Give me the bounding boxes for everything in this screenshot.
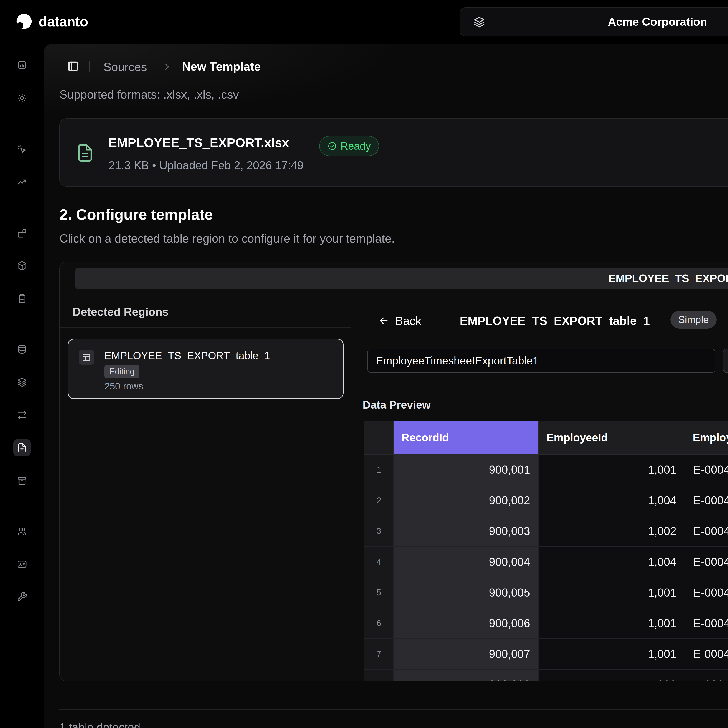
table-name-input[interactable] xyxy=(367,349,716,373)
chevron-right-icon xyxy=(162,62,172,72)
mode-badge: Simple xyxy=(670,311,717,329)
trending-up-icon xyxy=(17,177,27,187)
sidebar-item-clipboard[interactable] xyxy=(14,290,31,307)
cell-record-id: 900,005 xyxy=(394,577,539,608)
cell-employee-id: 1,001 xyxy=(539,608,685,639)
cell-employee-code: E-0004 xyxy=(685,577,728,608)
cell-employee-id: 1,004 xyxy=(539,547,685,577)
cell-record-id: 900,002 xyxy=(394,485,539,516)
pointer-click-icon xyxy=(17,144,27,155)
editor-title: EMPLOYEE_TS_EXPORT_table_1 xyxy=(460,314,650,327)
sidebar-item-id-card[interactable] xyxy=(14,555,31,573)
panel-header-divider xyxy=(60,295,728,295)
sidebar-item-dashboard[interactable] xyxy=(14,57,31,74)
cell-record-id: 900,004 xyxy=(394,547,539,577)
users-icon xyxy=(17,526,27,537)
row-number: 3 xyxy=(364,516,394,547)
column-header-recordid[interactable]: RecordId xyxy=(394,421,539,454)
detected-regions-heading: Detected Regions xyxy=(73,305,168,318)
file-status-label: Ready xyxy=(341,140,371,152)
wrench-icon xyxy=(17,592,27,602)
sidebar-item-database[interactable] xyxy=(14,341,31,358)
region-row-count: 250 rows xyxy=(104,381,143,392)
uploaded-file-card: EMPLOYEE_TS_EXPORT.xlsx Ready 21.3 KB • … xyxy=(60,118,728,187)
sidebar-toggle-button[interactable] xyxy=(66,60,80,73)
table-name-action-button[interactable] xyxy=(723,349,728,373)
supported-formats-note: Supported formats: .xlsx, .xls, .csv xyxy=(60,87,239,101)
cell-employee-id: 1,001 xyxy=(539,454,685,485)
configure-heading: 2. Configure template xyxy=(60,206,213,223)
data-preview-heading: Data Preview xyxy=(362,399,431,411)
sidebar-item-transfer[interactable] xyxy=(14,407,31,424)
file-tab-label: EMPLOYEE_TS_EXPORT.xlsx xyxy=(608,268,728,289)
cell-employee-id: 1,001 xyxy=(539,639,685,670)
brand-logo-icon xyxy=(15,12,33,31)
file-spreadsheet-icon xyxy=(75,143,95,162)
arrow-left-icon xyxy=(378,315,389,326)
file-status-badge: Ready xyxy=(319,136,379,156)
cell-record-id: 900,006 xyxy=(394,608,539,639)
cell-record-id: 900,001 xyxy=(394,454,539,485)
archive-icon xyxy=(17,476,27,486)
cell-employee-code: E-0004 xyxy=(685,608,728,639)
cell-employee-code: E-0004 xyxy=(685,485,728,516)
cell-employee-id: 1,002 xyxy=(539,670,685,681)
preview-corner-cell xyxy=(364,421,394,454)
sidebar-item-users[interactable] xyxy=(14,523,31,540)
file-meta: 21.3 KB • Uploaded Feb 2, 2026 17:49 xyxy=(109,159,303,172)
row-number: 8 xyxy=(364,670,394,681)
footer-status: 1 table detected xyxy=(60,721,141,728)
column-divider xyxy=(351,295,352,681)
region-card[interactable]: EMPLOYEE_TS_EXPORT_table_1 Editing 250 r… xyxy=(68,339,344,399)
file-name: EMPLOYEE_TS_EXPORT.xlsx xyxy=(109,135,289,150)
editor-header-divider xyxy=(447,314,448,327)
row-number: 7 xyxy=(364,639,394,670)
sidebar-item-package[interactable] xyxy=(14,257,31,274)
brand-name: datanto xyxy=(39,14,88,29)
dashboard-icon xyxy=(17,60,27,70)
brand[interactable]: datanto xyxy=(15,12,88,31)
database-icon xyxy=(17,344,27,355)
layers-icon xyxy=(17,377,27,387)
file-text-icon xyxy=(17,442,27,453)
org-switcher[interactable]: Acme Corporation xyxy=(460,7,728,37)
sidebar-item-archive[interactable] xyxy=(14,472,31,489)
cell-employee-code: E-0004 xyxy=(685,454,728,485)
cell-employee-code: E-0004 xyxy=(685,670,728,681)
cell-record-id: 900,007 xyxy=(394,639,539,670)
column-header-employeeid[interactable]: EmployeeId xyxy=(539,421,685,454)
breadcrumb-sources-link[interactable]: Sources xyxy=(104,60,147,74)
configure-subtitle: Click on a detected table region to conf… xyxy=(60,232,395,245)
sidebar-item-documents[interactable] xyxy=(14,439,31,456)
top-glow xyxy=(44,44,408,117)
breadcrumb-divider xyxy=(89,61,90,72)
row-number: 4 xyxy=(364,547,394,577)
row-number: 5 xyxy=(364,577,394,608)
region-name: EMPLOYEE_TS_EXPORT_table_1 xyxy=(104,349,270,362)
footer-divider xyxy=(60,709,728,710)
file-tab[interactable]: EMPLOYEE_TS_EXPORT.xlsx xyxy=(75,268,728,289)
layers-icon xyxy=(473,16,485,28)
editor-section-divider xyxy=(352,385,728,386)
cell-record-id: 900,003 xyxy=(394,516,539,547)
id-card-icon xyxy=(17,559,27,569)
cell-record-id: 900,008 xyxy=(394,670,539,681)
sidebar-item-analytics[interactable] xyxy=(14,173,31,191)
sidebar-item-settings[interactable] xyxy=(14,89,31,107)
sidebar-item-select[interactable] xyxy=(14,141,31,158)
row-number: 2 xyxy=(364,485,394,516)
package-icon xyxy=(17,260,27,271)
back-button[interactable]: Back xyxy=(378,313,422,329)
column-header-employeecode[interactable]: EmployeeCode xyxy=(685,421,728,454)
region-status-badge: Editing xyxy=(104,365,139,378)
sidebar-item-layers[interactable] xyxy=(14,373,31,391)
arrows-right-left-icon xyxy=(17,410,27,421)
regions-heading-divider xyxy=(60,327,351,328)
sidebar-item-tools[interactable] xyxy=(14,588,31,606)
breadcrumb-current: New Template xyxy=(182,60,261,73)
cell-employee-code: E-0004 xyxy=(685,547,728,577)
row-number: 1 xyxy=(364,454,394,485)
sidebar-item-blocks[interactable] xyxy=(14,225,31,242)
configure-panel: EMPLOYEE_TS_EXPORT.xlsx Detected Regions… xyxy=(60,262,728,681)
blocks-icon xyxy=(17,228,27,239)
